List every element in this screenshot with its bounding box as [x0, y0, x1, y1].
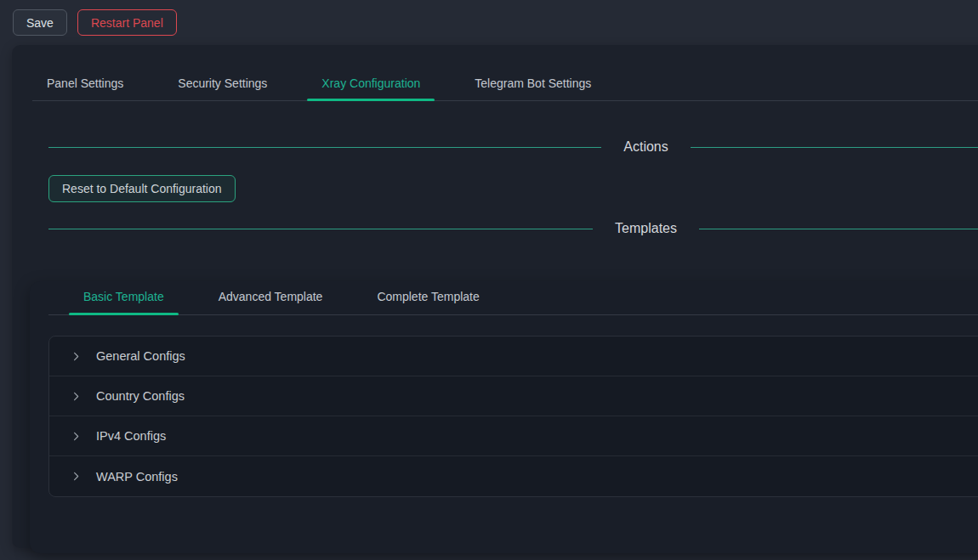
divider-line-right: [699, 229, 978, 229]
accordion-item-label: WARP Configs: [96, 470, 178, 484]
accordion-item-label: Country Configs: [96, 389, 185, 403]
tab-complete-template[interactable]: Complete Template: [362, 281, 493, 314]
tab-panel-settings[interactable]: Panel Settings: [32, 66, 138, 100]
xray-configuration-panel: Actions Reset to Default Configuration T…: [12, 137, 978, 239]
actions-divider: Actions: [48, 137, 978, 157]
tab-xray-configuration[interactable]: Xray Configuration: [307, 66, 435, 100]
template-config-accordion: General Configs Country Configs IPv4 Con…: [48, 336, 978, 497]
settings-card: Panel Settings Security Settings Xray Co…: [12, 45, 978, 548]
chevron-right-icon: [70, 390, 82, 402]
templates-card: Basic Template Advanced Template Complet…: [30, 281, 978, 553]
templates-tabbar: Basic Template Advanced Template Complet…: [48, 281, 978, 315]
chevron-right-icon: [70, 471, 82, 483]
chevron-right-icon: [70, 350, 82, 362]
accordion-item-label: IPv4 Configs: [96, 429, 166, 443]
tab-telegram-bot-settings[interactable]: Telegram Bot Settings: [460, 66, 606, 100]
templates-divider: Templates: [48, 218, 978, 239]
accordion-item-country-configs[interactable]: Country Configs: [49, 376, 978, 416]
divider-line-right: [691, 147, 978, 148]
restart-panel-button[interactable]: Restart Panel: [77, 9, 177, 36]
actions-section-title: Actions: [601, 139, 690, 155]
settings-tabbar: Panel Settings Security Settings Xray Co…: [32, 66, 978, 101]
topbar: Save Restart Panel: [0, 0, 978, 45]
divider-line-left: [48, 229, 593, 229]
accordion-item-general-configs[interactable]: General Configs: [49, 337, 978, 376]
chevron-right-icon: [70, 430, 82, 442]
save-button[interactable]: Save: [13, 9, 67, 36]
reset-default-configuration-button[interactable]: Reset to Default Configuration: [48, 175, 236, 202]
tab-basic-template[interactable]: Basic Template: [69, 281, 179, 314]
accordion-item-ipv4-configs[interactable]: IPv4 Configs: [49, 416, 978, 456]
tab-security-settings[interactable]: Security Settings: [163, 66, 281, 100]
accordion-item-warp-configs[interactable]: WARP Configs: [49, 456, 978, 496]
accordion-item-label: General Configs: [96, 349, 185, 363]
tab-advanced-template[interactable]: Advanced Template: [204, 281, 338, 314]
divider-line-left: [48, 147, 601, 148]
templates-section-title: Templates: [593, 221, 699, 236]
